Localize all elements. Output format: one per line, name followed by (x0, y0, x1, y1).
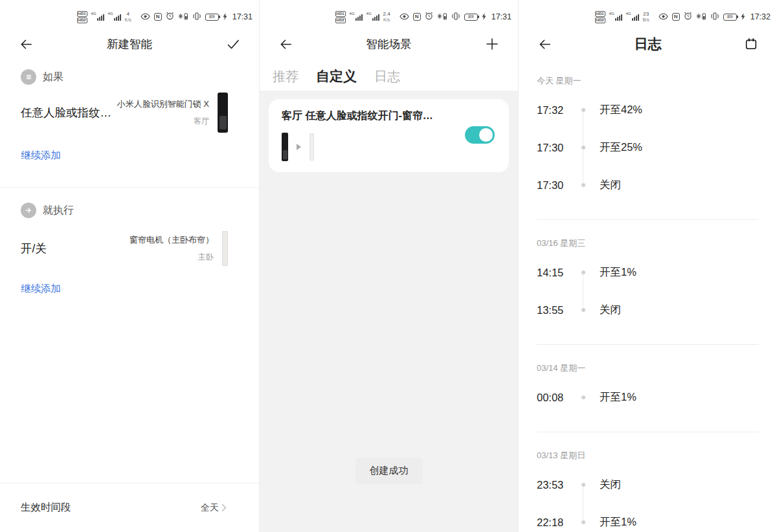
log-group-divider (537, 219, 759, 220)
section-divider (0, 187, 259, 188)
calendar-icon[interactable] (742, 35, 760, 53)
nav-bar: 智能场景 (260, 27, 518, 61)
tab-recommended[interactable]: 推荐 (273, 68, 298, 85)
timeline-dot-icon (578, 308, 589, 312)
eye-protection-icon (141, 11, 150, 23)
scene-device-chain (282, 132, 496, 162)
log-time: 17:32 (537, 104, 578, 116)
then-action-row[interactable]: 开/关 窗帘电机（主卧布帘） 主卧 (0, 231, 259, 266)
timeline-dot-icon (578, 395, 589, 399)
bluetooth-device-battery-icon (178, 11, 188, 23)
timeline-dot-icon (578, 108, 589, 112)
log-entry: 22:18 开至1% (537, 504, 759, 532)
volte-hd-icon: HD1 HD2 (77, 11, 87, 23)
clock-time: 17:31 (232, 12, 253, 21)
curtain-motor-device-image (222, 231, 228, 266)
tab-log[interactable]: 日志 (374, 68, 400, 85)
add-scene-plus-icon[interactable] (483, 35, 501, 53)
status-bar: HD1 HD2 4G 4G 23 B/s N 89 17:32 (519, 0, 777, 27)
back-arrow-icon[interactable] (535, 35, 554, 53)
log-time: 17:30 (537, 142, 578, 154)
log-entry: 17:30 关闭 (537, 166, 759, 204)
page-title: 智能场景 (260, 36, 518, 52)
nav-bar: 新建智能 (0, 27, 259, 61)
door-lock-device-image (218, 93, 228, 133)
signal-sim1-icon: 4G (609, 13, 622, 21)
log-date-header: 03/16 星期三 (537, 233, 759, 254)
effective-period-row[interactable]: 生效时间段 全天 (0, 483, 259, 532)
log-entries: 14:15 开至1% 13:55 关闭 (537, 254, 759, 329)
then-section-header: 就执行 (0, 203, 259, 218)
status-bar: HD1 HD2 4G 4G 4 K/s N 89 17:31 (0, 0, 259, 27)
page-title: 日志 (519, 35, 777, 53)
log-entry: 23:53 关闭 (537, 466, 759, 504)
action-label: 开/关 (21, 241, 130, 256)
log-action: 开至42% (600, 103, 642, 117)
then-arrow-icon (21, 203, 36, 218)
vibrate-icon (451, 11, 460, 23)
log-entry: 00:08 开至1% (537, 379, 759, 416)
network-speed: 23 B/s (643, 12, 649, 22)
nfc-icon: N (413, 13, 421, 21)
signal-sim2-icon: 4G (626, 13, 639, 21)
scene-tabs: 推荐 自定义 日志 (260, 61, 518, 85)
log-entry: 17:32 开至42% (537, 91, 759, 129)
battery-icon: 89 (723, 14, 737, 21)
charging-bolt-icon (482, 11, 486, 23)
three-phone-screenshots: HD1 HD2 4G 4G 4 K/s N 89 17:31 新建智 (0, 0, 777, 532)
timeline-dot-icon (578, 520, 589, 524)
network-speed: 2.4 K/s (383, 12, 390, 22)
scene-list-area: 客厅 任意人脸或指纹开门-窗帘… 创建成功 (260, 91, 518, 532)
log-time: 14:15 (537, 267, 578, 279)
log-list: 今天 星期一 17:32 开至42% 17:30 开至25% 17:30 (519, 71, 777, 532)
add-condition-link[interactable]: 继续添加 (21, 149, 61, 162)
bluetooth-device-battery-icon (696, 11, 706, 23)
if-condition-row[interactable]: 任意人脸或指纹… 小米人脸识别智能门锁 X 客厅 (0, 93, 259, 133)
alarm-clock-icon (166, 11, 174, 23)
log-date-header: 03/13 星期日 (537, 445, 759, 466)
eye-protection-icon (400, 11, 409, 23)
log-action: 关闭 (600, 478, 621, 492)
log-group: 03/16 星期三 14:15 开至1% 13:55 关闭 (537, 233, 759, 329)
log-group: 03/13 星期日 23:53 关闭 22:18 开至1% (537, 445, 759, 532)
timeline-dot-icon (578, 483, 589, 487)
log-entry: 13:55 关闭 (537, 291, 759, 329)
volte-hd-icon: HD1 HD2 (595, 11, 605, 23)
scene-card[interactable]: 客厅 任意人脸或指纹开门-窗帘… (269, 99, 509, 172)
back-arrow-icon[interactable] (17, 35, 35, 53)
scene-enable-toggle[interactable] (465, 126, 495, 144)
log-entries: 17:32 开至42% 17:30 开至25% 17:30 关闭 (537, 91, 759, 204)
log-time: 13:55 (537, 304, 578, 316)
effective-period-value: 全天 (201, 502, 227, 514)
log-entries: 23:53 关闭 22:18 开至1% (537, 466, 759, 532)
add-action-link[interactable]: 继续添加 (21, 282, 61, 296)
alarm-clock-icon (425, 11, 433, 23)
log-time: 23:53 (537, 479, 578, 491)
battery-icon: 89 (464, 14, 478, 21)
condition-device-info: 小米人脸识别智能门锁 X 客厅 (117, 98, 209, 127)
vibrate-icon (192, 11, 201, 23)
log-entries: 00:08 开至1% (537, 379, 759, 416)
bluetooth-device-battery-icon (437, 11, 447, 23)
log-date-header: 03/14 星期一 (537, 358, 759, 379)
timeline-dot-icon (578, 146, 589, 150)
action-device-info: 窗帘电机（主卧布帘） 主卧 (130, 234, 214, 263)
tab-custom[interactable]: 自定义 (316, 67, 357, 85)
clock-time: 17:32 (750, 12, 771, 21)
confirm-check-icon[interactable] (224, 35, 242, 53)
door-lock-thumb (282, 133, 288, 161)
nav-bar: 日志 (519, 27, 777, 61)
nfc-icon: N (154, 13, 162, 21)
volte-hd-icon: HD1 HD2 (335, 11, 346, 23)
condition-label: 任意人脸或指纹… (21, 105, 117, 120)
log-date-header: 今天 星期一 (537, 71, 759, 91)
log-entry: 17:30 开至25% (537, 129, 759, 166)
timeline-dot-icon (578, 271, 589, 274)
signal-sim1-icon: 4G (91, 13, 104, 21)
nfc-icon: N (672, 13, 680, 21)
back-arrow-icon[interactable] (276, 35, 295, 53)
timeline-dot-icon (578, 183, 589, 187)
if-section-header: 如果 (0, 69, 259, 85)
log-time: 00:08 (537, 392, 578, 404)
log-action: 开至1% (600, 390, 636, 405)
